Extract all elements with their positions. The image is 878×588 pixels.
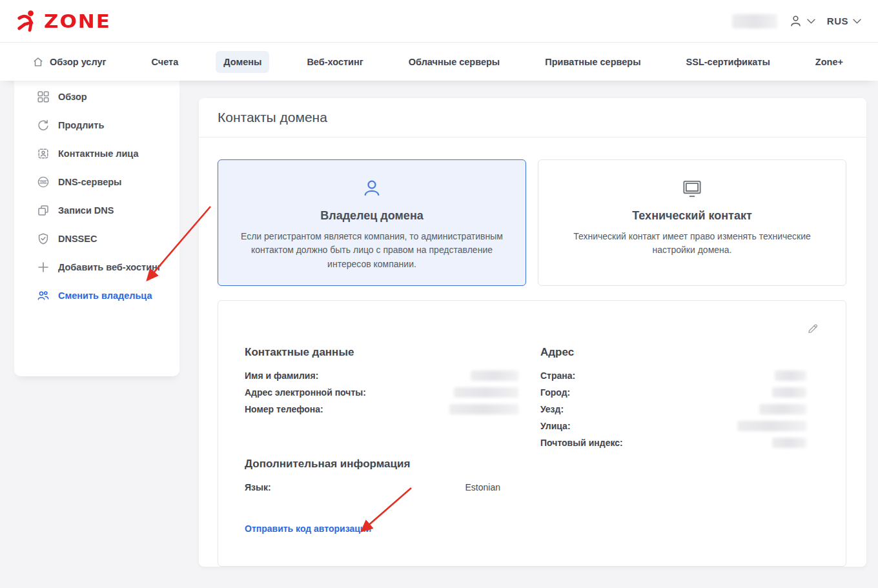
user-name-redacted [732,14,777,28]
redacted-value [772,438,806,448]
send-auth-code-link[interactable]: Отправить код авторизации [245,523,371,534]
sidebar-item-dns-records[interactable]: Записи DNS [14,196,179,225]
language-value: Estonian [465,482,500,492]
redacted-value [449,404,518,414]
renew-icon [37,119,50,132]
contact-row-email: Адрес электронной почты: [245,384,518,401]
contact-row-phone: Номер телефона: [245,401,518,418]
sidebar-item-dnssec[interactable]: DNSSEC [14,225,179,253]
redacted-value [759,404,806,414]
redacted-value [775,370,806,381]
nav-item-private-servers[interactable]: Приватные серверы [537,51,648,73]
contact-row-name: Имя и фамилия: [245,367,518,384]
users-icon [37,289,50,302]
additional-info-section-title: Дополнительная информация [245,458,518,471]
grid-icon [37,90,50,103]
copy-icon [37,204,50,217]
nav-item-cloud-servers[interactable]: Облачные серверы [401,51,507,73]
sidebar-item-change-owner[interactable]: Сменить владельца [14,281,179,310]
contact-data-section-title: Контактные данные [245,346,518,359]
address-row-city: Город: [540,384,806,401]
edit-pencil-icon[interactable] [807,323,819,337]
technical-card-description: Технический контакт имеет право изменять… [555,230,829,258]
dns-globe-icon: DNS [37,176,50,188]
home-icon [32,56,44,68]
chevron-down-icon [853,19,861,24]
brand-wordmark: ZONE [44,10,111,32]
additional-row-language: Язык: Estonian [245,479,518,496]
owner-card-title: Владелец домена [235,209,509,223]
nav-item-domains[interactable]: Домены [216,51,269,73]
sidebar-item-add-webhosting[interactable]: Добавить веб-хостинг [14,253,179,281]
contact-card-icon [37,147,50,160]
redacted-value [454,387,518,398]
main-nav: Обзор услуг Счета Домены Веб-хостинг Обл… [0,43,878,81]
nav-item-zone-plus[interactable]: Zone+ [808,51,851,73]
nav-item-services-overview[interactable]: Обзор услуг [25,50,114,74]
contact-details-panel: Контактные данные Имя и фамилия: Адрес э… [218,300,846,567]
runner-logo-icon [17,8,39,34]
domain-sidebar: Обзор Продлить Контактные лица DNS [14,81,179,376]
address-row-county: Уезд: [540,401,806,418]
owner-contact-card[interactable]: Владелец домена Если регистрантом являет… [218,159,526,286]
address-section-title: Адрес [540,346,806,359]
language-selector[interactable]: RUS [827,15,861,26]
redacted-value [772,387,806,398]
svg-text:DNS: DNS [40,181,46,184]
top-header: ZONE RUS [0,0,878,43]
redacted-value [737,421,806,431]
plus-icon [37,261,50,274]
chevron-down-icon [807,19,815,24]
sidebar-item-overview[interactable]: Обзор [14,83,179,111]
address-row-street: Улица: [540,418,806,434]
technical-card-title: Технический контакт [555,209,829,223]
user-icon [789,14,802,28]
sidebar-item-renew[interactable]: Продлить [14,111,179,139]
language-label: RUS [827,15,848,26]
nav-item-ssl-certificates[interactable]: SSL-сертификаты [679,51,778,73]
address-row-postal-code: Почтовый индекс: [540,434,806,451]
owner-card-description: Если регистрантом является компания, то … [235,230,509,271]
redacted-value [471,370,518,381]
technical-contact-card[interactable]: Технический контакт Технический контакт … [538,159,846,286]
domain-contacts-card: Контакты домена Владелец домена Если рег… [199,98,866,567]
zone-logo[interactable]: ZONE [17,8,111,34]
sidebar-item-dns-servers[interactable]: DNS DNS-серверы [14,168,179,196]
sidebar-item-contact-persons[interactable]: Контактные лица [14,139,179,168]
shield-check-icon [37,232,50,245]
user-menu[interactable] [789,14,815,28]
address-row-country: Страна: [540,367,806,384]
person-icon [235,177,509,201]
page-title: Контакты домена [199,98,866,137]
monitor-icon [555,177,829,201]
nav-item-invoices[interactable]: Счета [144,51,187,73]
nav-item-webhosting[interactable]: Веб-хостинг [299,51,371,73]
